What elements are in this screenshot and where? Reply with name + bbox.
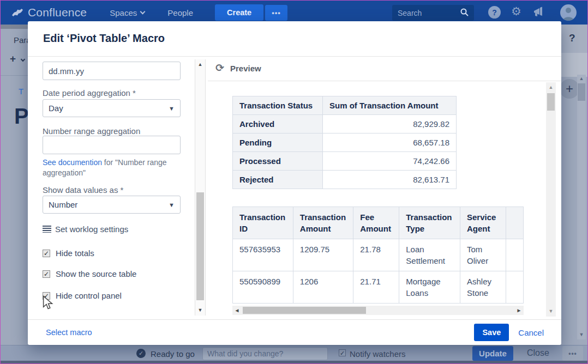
nav-spaces[interactable]: Spaces — [110, 8, 145, 17]
pivot-col-header: Transaction Status — [233, 96, 323, 115]
refresh-icon[interactable]: ⟳ — [215, 62, 224, 74]
worklog-settings-button[interactable]: Set worklog settings — [43, 225, 128, 234]
preview-title: Preview — [230, 64, 261, 73]
checkbox-check-icon: ✓ — [43, 270, 50, 278]
more-options-button[interactable]: ••• — [562, 346, 583, 361]
preview-horizontal-scrollbar[interactable]: ◄ ► — [232, 306, 524, 315]
select-arrow-icon: ▼ — [169, 105, 175, 112]
v-scrollbar-thumb[interactable] — [547, 93, 555, 111]
editor-help-icon[interactable]: ? — [569, 32, 575, 44]
cancel-link[interactable]: Cancel — [518, 328, 544, 337]
person-icon — [560, 4, 577, 21]
notify-watchers-checkbox[interactable]: ✓ — [339, 349, 346, 356]
date-format-input[interactable] — [43, 62, 181, 80]
nav-more-button[interactable]: ••• — [265, 5, 287, 21]
number-range-input[interactable] — [43, 136, 181, 154]
edit-macro-dialog: Edit ‘Pivot Table’ Macro Date period agg… — [28, 21, 561, 345]
source-table-viewport: Transaction ID Transaction Amount Fee Am… — [232, 207, 524, 306]
checkbox-check-icon: ✓ — [43, 250, 50, 257]
source-col-header-clipped — [506, 207, 524, 239]
hide-control-panel-checkbox[interactable]: ✓ Hide control panel — [43, 291, 122, 300]
scroll-down-icon[interactable]: ▼ — [546, 307, 556, 316]
scroll-up-icon[interactable]: ▲ — [577, 76, 586, 81]
table-row: 557635953 1209.75 21.78 Loan Settlement … — [233, 239, 524, 271]
see-documentation-link[interactable]: See documention — [43, 158, 102, 167]
gear-icon[interactable]: ⚙ — [511, 5, 521, 18]
confluence-logo[interactable]: Confluence — [11, 6, 87, 19]
pivot-col-header: Sum of Transaction Amount — [323, 96, 457, 115]
date-period-label: Date period aggregation * — [43, 88, 136, 98]
source-col-header: Service Agent — [460, 207, 506, 239]
scroll-up-icon[interactable]: ▲ — [195, 62, 205, 67]
scroll-left-icon[interactable]: ◄ — [232, 306, 242, 315]
scroll-down-icon[interactable]: ▼ — [195, 307, 205, 313]
insert-plus-button[interactable]: + — [10, 53, 25, 65]
page-breadcrumb-link[interactable]: T — [19, 87, 23, 96]
nav-people[interactable]: People — [167, 8, 193, 17]
source-col-header: Fee Amount — [353, 207, 399, 239]
ready-status-label: Ready to go — [151, 349, 195, 359]
chevron-down-icon — [140, 9, 146, 14]
page-bottom-edge — [1, 361, 588, 364]
dimmed-editor-left-edge: Para + T P — [1, 29, 28, 345]
save-button[interactable]: Save — [474, 324, 509, 341]
app-title: Confluence — [28, 6, 87, 19]
select-arrow-icon: ▼ — [169, 202, 175, 208]
form-scrollbar-thumb[interactable] — [196, 192, 204, 300]
scroll-down-icon[interactable]: ▼ — [577, 332, 586, 337]
pivot-result-table: Transaction Status Sum of Transaction Am… — [232, 96, 457, 189]
preview-pane: ⟳ Preview Transaction Status Sum of Tran… — [208, 57, 561, 319]
ready-check-icon: ✓ — [136, 349, 146, 358]
toolbar-divider — [1, 75, 28, 76]
macro-parameters-pane: Date period aggregation * Day ▼ Number r… — [28, 57, 208, 319]
table-row: Pending 68,657.18 — [233, 134, 457, 152]
dimmed-editor-right-edge: ? + ▲ ▼ — [561, 25, 588, 345]
dimmed-band — [561, 53, 588, 77]
source-data-table: Transaction ID Transaction Amount Fee Am… — [232, 207, 524, 304]
create-button[interactable]: Create — [215, 4, 263, 21]
number-range-label: Number range aggregation — [43, 126, 140, 136]
announcements-icon[interactable] — [533, 7, 545, 17]
table-row: Rejected 82,613.71 — [233, 171, 457, 189]
hide-totals-checkbox[interactable]: ✓ Hide totals — [43, 248, 94, 258]
show-values-label: Show data values as * — [43, 185, 123, 195]
help-icon[interactable]: ? — [488, 6, 501, 19]
source-col-header: Transaction Amount — [293, 207, 353, 239]
notify-watchers-label: Notify watchers — [350, 349, 406, 359]
update-button[interactable]: Update — [472, 346, 513, 361]
select-macro-link[interactable]: Select macro — [46, 328, 92, 337]
scroll-right-icon[interactable]: ► — [514, 306, 524, 315]
h-scrollbar-thumb[interactable] — [243, 307, 366, 314]
checkbox-check-icon: ✓ — [43, 292, 50, 300]
paragraph-style-dropdown[interactable]: Para — [14, 35, 28, 45]
form-scrollbar[interactable]: ▲ ▼ — [195, 59, 206, 316]
source-col-header: Transaction ID — [233, 207, 293, 239]
show-source-table-checkbox[interactable]: ✓ Show the source table — [43, 269, 136, 278]
avatar[interactable] — [560, 4, 577, 21]
change-comment-input[interactable] — [202, 347, 328, 360]
page: Confluence Spaces People Create ••• ? ⚙ — [0, 0, 588, 364]
table-row: 550590899 1206 21.71 Mortgage Loans Ashl… — [233, 271, 524, 304]
dimmed-page-header-strip — [1, 25, 28, 29]
dialog-title: Edit ‘Pivot Table’ Macro — [43, 32, 165, 45]
confluence-logo-icon — [11, 8, 23, 17]
page-title-partial: P — [14, 104, 28, 129]
dialog-footer: Select macro Save Cancel — [28, 319, 561, 345]
number-range-help-text: See documention for "Number range aggreg… — [43, 157, 185, 178]
search-icon[interactable] — [460, 8, 469, 16]
date-period-select[interactable]: Day ▼ — [43, 99, 181, 117]
chevron-down-icon — [21, 57, 25, 62]
preview-vertical-scrollbar[interactable]: ▲ ▼ — [546, 82, 556, 317]
dimmed-editor-save-bar: ✓ Ready to go ✓ Notify watchers Update C… — [1, 345, 588, 361]
scroll-up-icon[interactable]: ▲ — [546, 83, 556, 92]
table-row: Archived 82,929.82 — [233, 115, 457, 134]
page-scrollbar[interactable]: ▲ ▼ — [577, 75, 586, 339]
page-scrollbar-thumb[interactable] — [578, 83, 585, 101]
show-values-select[interactable]: Number ▼ — [43, 196, 181, 214]
preview-header: ⟳ Preview — [208, 57, 561, 81]
close-button[interactable]: Close — [527, 348, 549, 358]
source-col-header: Transaction Type — [399, 207, 460, 239]
table-row: Processed 74,242.66 — [233, 152, 457, 171]
dialog-header: Edit ‘Pivot Table’ Macro — [28, 21, 561, 57]
settings-lines-icon — [43, 226, 51, 233]
